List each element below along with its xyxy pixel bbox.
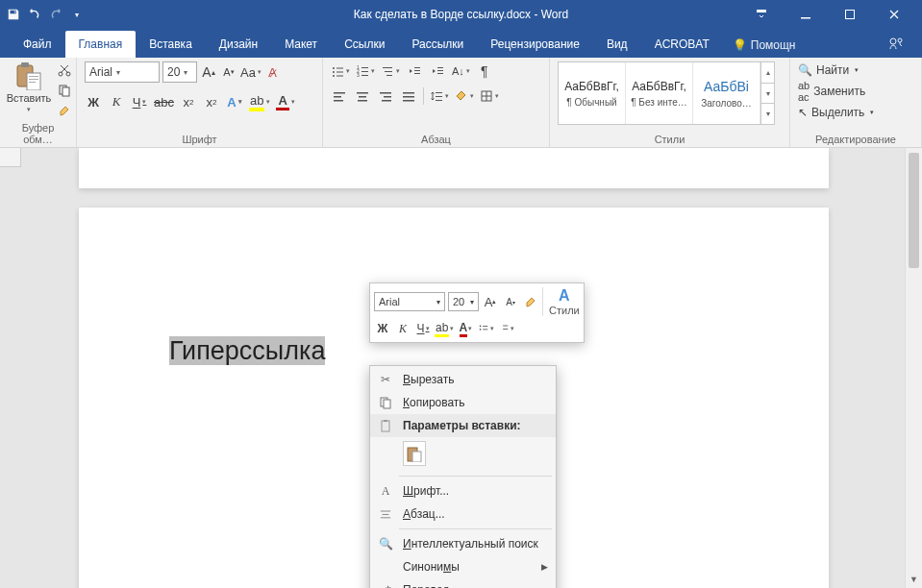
share-icon[interactable] — [887, 35, 905, 52]
style-heading1[interactable]: АаБбВіЗаголово… — [693, 62, 760, 124]
scissors-icon: ✂ — [376, 373, 395, 386]
increase-indent-icon[interactable] — [429, 61, 446, 81]
borders-icon[interactable] — [480, 86, 499, 106]
close-button[interactable] — [872, 0, 916, 29]
align-left-icon[interactable] — [331, 86, 348, 106]
grow-font-icon[interactable]: A▴ — [200, 62, 217, 82]
text-effects-icon[interactable]: A — [226, 92, 243, 111]
mini-size-combo[interactable]: 20▾ — [448, 292, 479, 311]
replace-button[interactable]: abacЗаменить — [798, 80, 874, 103]
qat-dropdown-icon[interactable]: ▾ — [69, 7, 85, 22]
save-icon[interactable] — [6, 7, 21, 22]
tab-mailings[interactable]: Рассылки — [398, 31, 477, 58]
svg-rect-50 — [436, 100, 442, 101]
style-normal[interactable]: АаБбВвГг,¶ Обычный — [559, 62, 626, 124]
styles-gallery[interactable]: АаБбВвГг,¶ Обычный АаБбВвГг,¶ Без инте… … — [558, 61, 775, 125]
tab-acrobat[interactable]: ACROBAT — [641, 31, 723, 58]
svg-rect-65 — [412, 452, 421, 462]
tell-me[interactable]: 💡 Помощн — [723, 38, 806, 52]
vertical-scrollbar[interactable]: ▲ ▼ — [905, 148, 922, 588]
shrink-font-icon[interactable]: A▾ — [220, 62, 237, 82]
ctx-smart-lookup[interactable]: 🔍 Интеллектуальный поиск — [370, 532, 556, 555]
paste-option-keep-source-icon[interactable] — [403, 441, 426, 466]
superscript-button[interactable]: x2 — [203, 92, 220, 111]
context-menu: ✂ Вырезать Копировать Параметры вставки:… — [369, 365, 557, 588]
italic-button[interactable]: К — [108, 92, 125, 111]
show-marks-icon[interactable]: ¶ — [476, 61, 493, 81]
font-name-combo[interactable]: Arial▾ — [85, 61, 160, 83]
mini-numbering-icon[interactable] — [497, 319, 514, 338]
mini-underline[interactable]: Ч — [414, 319, 432, 338]
select-button[interactable]: ↖Выделить▾ — [798, 106, 874, 119]
ctx-cut[interactable]: ✂ Вырезать — [370, 368, 556, 391]
redo-icon[interactable] — [48, 7, 63, 22]
highlight-icon[interactable]: ab — [249, 92, 270, 111]
align-right-icon[interactable] — [377, 86, 394, 106]
change-case-button[interactable]: Aa — [240, 62, 262, 82]
styles-scroll[interactable]: ▴▾▾ — [760, 62, 774, 124]
tab-references[interactable]: Ссылки — [331, 31, 398, 58]
tab-review[interactable]: Рецензирование — [477, 31, 593, 58]
tab-insert[interactable]: Вставка — [136, 31, 206, 58]
maximize-button[interactable] — [828, 0, 872, 29]
svg-rect-55 — [483, 326, 487, 327]
ctx-paragraph[interactable]: Абзац... — [370, 502, 556, 526]
font-color-icon[interactable]: A — [276, 92, 294, 111]
scroll-down-icon[interactable]: ▼ — [906, 571, 922, 588]
mini-format-painter-icon[interactable] — [522, 292, 539, 311]
svg-point-3 — [890, 38, 896, 44]
format-painter-icon[interactable] — [56, 102, 73, 119]
tab-file[interactable]: Файл — [10, 31, 65, 58]
copy-icon[interactable] — [56, 82, 73, 99]
tab-design[interactable]: Дизайн — [206, 31, 271, 58]
decrease-indent-icon[interactable] — [406, 61, 423, 81]
underline-button[interactable]: Ч — [131, 92, 148, 111]
style-nospacing[interactable]: АаБбВвГг,¶ Без инте… — [626, 62, 693, 124]
multilevel-icon[interactable] — [381, 61, 400, 81]
strikethrough-button[interactable]: abc — [154, 92, 174, 111]
subscript-button[interactable]: x2 — [180, 92, 197, 111]
tab-view[interactable]: Вид — [593, 31, 641, 58]
mini-italic[interactable]: К — [394, 319, 411, 338]
bold-button[interactable]: Ж — [85, 92, 102, 111]
mini-font-combo[interactable]: Arial▾ — [374, 292, 445, 311]
ctx-synonyms[interactable]: Синонимы ▶ — [370, 555, 556, 578]
svg-rect-28 — [385, 71, 392, 72]
selected-text[interactable]: Гиперссылка — [169, 336, 325, 366]
clear-formatting-icon[interactable]: A̷ — [264, 62, 282, 82]
minimize-button[interactable] — [784, 0, 828, 29]
scroll-thumb[interactable] — [909, 153, 919, 268]
tab-home[interactable]: Главная — [65, 31, 137, 58]
group-font-label: Шрифт — [85, 132, 314, 145]
mini-bold[interactable]: Ж — [374, 319, 391, 338]
ctx-translate[interactable]: aあ Перевод — [370, 578, 556, 588]
mini-bullets-icon[interactable] — [477, 319, 494, 338]
shading-icon[interactable] — [455, 86, 474, 106]
svg-rect-47 — [403, 100, 414, 102]
ctx-font[interactable]: A Шрифт... — [370, 479, 556, 502]
svg-rect-67 — [383, 514, 389, 515]
line-spacing-icon[interactable] — [430, 86, 449, 106]
svg-point-54 — [480, 326, 482, 328]
bullets-icon[interactable] — [331, 61, 350, 81]
font-size-combo[interactable]: 20▾ — [162, 61, 197, 83]
find-button[interactable]: 🔍Найти▾ — [798, 63, 874, 77]
numbering-icon[interactable]: 123 — [356, 61, 375, 81]
ribbon-options-icon[interactable] — [739, 0, 784, 29]
svg-rect-8 — [29, 76, 38, 77]
mini-styles-button[interactable]: AСтили — [542, 287, 580, 316]
mini-highlight-icon[interactable]: ab — [435, 319, 454, 338]
mini-grow-icon[interactable]: A▴ — [482, 292, 499, 311]
tab-layout[interactable]: Макет — [271, 31, 331, 58]
mini-fontcolor-icon[interactable]: A — [457, 319, 474, 338]
ctx-copy[interactable]: Копировать — [370, 391, 556, 414]
mini-shrink-icon[interactable]: A▾ — [502, 292, 519, 311]
cut-icon[interactable] — [56, 61, 73, 79]
undo-icon[interactable] — [27, 7, 42, 22]
justify-icon[interactable] — [400, 86, 417, 106]
align-center-icon[interactable] — [354, 86, 371, 106]
page[interactable]: Гиперссылка Arial▾ 20▾ A▴ A▾ AСтили Ж К … — [79, 208, 829, 588]
paste-button[interactable]: Вставить ▾ — [8, 61, 50, 113]
sort-icon[interactable]: A↓ — [452, 61, 470, 81]
title-bar: ▾ Как сделать в Ворде ссылку.docx - Word — [0, 0, 922, 29]
